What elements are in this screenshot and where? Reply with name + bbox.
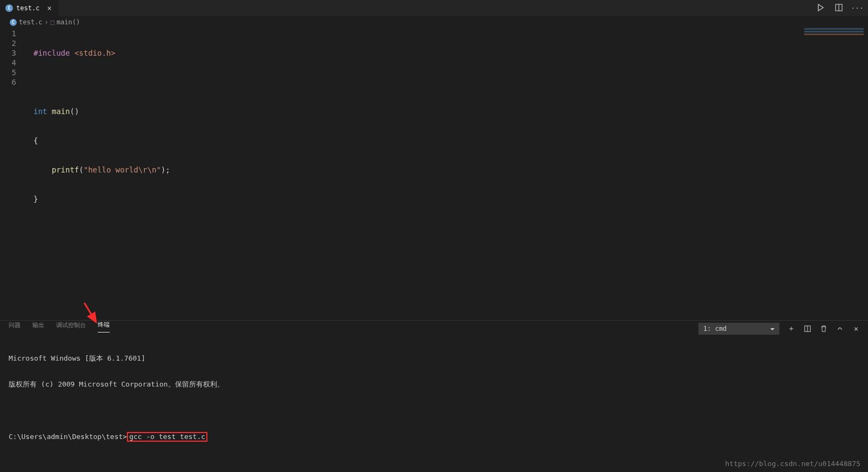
chevron-right-icon: › <box>44 18 48 26</box>
tab-label: test.c <box>16 4 39 12</box>
more-icon[interactable]: ··· <box>852 2 863 13</box>
line-numbers: 1 2 3 4 5 6 <box>0 28 26 87</box>
code-editor[interactable]: 1 2 3 4 5 6 #include <stdio.h> int main(… <box>0 28 868 320</box>
run-icon[interactable] <box>815 2 826 13</box>
tab-output[interactable]: 输出 <box>32 321 44 333</box>
c-lang-icon: C <box>5 4 13 12</box>
new-terminal-icon[interactable]: ＋ <box>787 324 796 333</box>
tabs-bar: C test.c × <box>0 0 868 16</box>
terminal-selector-label: 1: cmd <box>703 325 726 333</box>
editor-actions: ··· <box>815 2 863 13</box>
terminal-line: Microsoft Windows [版本 6.1.7601] <box>9 354 859 363</box>
watermark: https://blog.csdn.net/u014448875 <box>725 460 860 468</box>
close-panel-icon[interactable]: × <box>852 324 860 333</box>
chevron-up-icon[interactable] <box>836 324 844 333</box>
tab-problems[interactable]: 问题 <box>9 321 21 333</box>
breadcrumb-symbol[interactable]: main() <box>57 18 80 26</box>
tab-file[interactable]: C test.c × <box>0 0 59 16</box>
terminal-line: 版权所有 (c) 2009 Microsoft Corporation。保留所有… <box>9 380 859 389</box>
c-lang-icon: C <box>10 19 17 26</box>
terminal-line: C:\Users\admin\Desktop\test>gcc -o test … <box>9 432 859 442</box>
terminal-content[interactable]: Microsoft Windows [版本 6.1.7601] 版权所有 (c)… <box>0 333 868 472</box>
split-terminal-icon[interactable] <box>803 324 812 333</box>
close-icon[interactable]: × <box>45 4 53 12</box>
bottom-panel: 问题 输出 调试控制台 终端 1: cmd ＋ × Microsoft Wind… <box>0 320 868 472</box>
minimap[interactable] <box>804 28 864 36</box>
symbol-method-icon: ⬚ <box>51 18 55 26</box>
tab-terminal[interactable]: 终端 <box>98 321 110 333</box>
split-editor-icon[interactable] <box>833 2 844 13</box>
kill-terminal-icon[interactable] <box>819 324 828 333</box>
panel-tabs: 问题 输出 调试控制台 终端 1: cmd ＋ × <box>0 321 868 333</box>
highlight-box: gcc -o test test.c <box>127 432 207 442</box>
code-content[interactable]: #include <stdio.h> int main() { printf("… <box>33 29 170 223</box>
breadcrumbs[interactable]: C test.c › ⬚ main() <box>0 16 868 28</box>
breadcrumb-file[interactable]: test.c <box>19 18 42 26</box>
tab-debug-console[interactable]: 调试控制台 <box>56 321 86 333</box>
